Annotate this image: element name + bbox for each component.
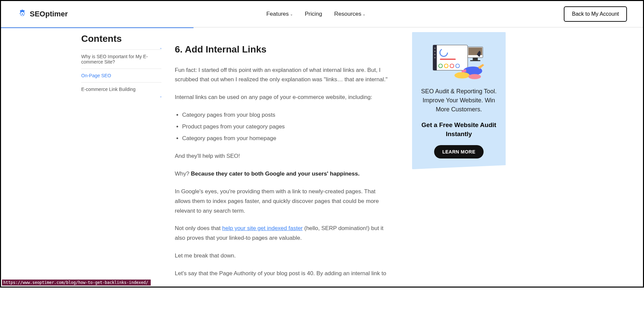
- svg-point-5: [434, 51, 435, 52]
- svg-rect-16: [473, 58, 478, 60]
- logo-icon: [17, 9, 28, 19]
- paragraph: Let me break that down.: [175, 251, 389, 261]
- paragraph: Not only does that help your site get in…: [175, 224, 389, 243]
- text-span: Why?: [175, 171, 191, 177]
- paragraph: And they'll help with SEO!: [175, 151, 389, 161]
- toc-item-why-seo[interactable]: Why is SEO Important for My E-commerce S…: [81, 49, 161, 69]
- svg-point-19: [455, 72, 470, 79]
- promo-text: SEO Audit & Reporting Tool. Improve Your…: [418, 87, 500, 114]
- chevron-down-icon: ⌄: [363, 12, 365, 16]
- promo-heading: Get a Free Website Audit Instantly: [418, 121, 500, 138]
- site-header: SEOptimer Features ⌄ Pricing Resources ⌄…: [1, 1, 643, 27]
- nav-features[interactable]: Features ⌄: [266, 11, 293, 17]
- promo-sidebar: SEO Audit & Reporting Tool. Improve Your…: [412, 32, 506, 169]
- svg-rect-9: [440, 59, 456, 60]
- paragraph: Let's say that the Page Authority of you…: [175, 269, 389, 279]
- inline-link-indexed-faster[interactable]: help your site get indexed faster: [222, 225, 303, 231]
- section-heading: 6. Add Internal Links: [175, 41, 389, 58]
- svg-point-7: [434, 57, 435, 59]
- nav-features-label: Features: [266, 11, 289, 17]
- svg-point-4: [434, 47, 435, 49]
- paragraph: Fun fact: I started off this point with …: [175, 66, 389, 85]
- promo-illustration: [418, 40, 500, 80]
- svg-rect-17: [470, 60, 480, 61]
- toc-sidebar: Contents ⌃ Why is SEO Important for My E…: [81, 28, 161, 287]
- nav-pricing[interactable]: Pricing: [305, 11, 322, 17]
- caret-down-icon: ⌄: [159, 94, 162, 98]
- toc-item-label: On-Page SEO: [81, 73, 111, 78]
- article-content: 6. Add Internal Links Fun fact: I starte…: [175, 28, 389, 287]
- nav-resources[interactable]: Resources ⌄: [334, 11, 365, 17]
- brand-logo[interactable]: SEOptimer: [17, 9, 68, 19]
- nav-pricing-label: Pricing: [305, 11, 322, 17]
- toc-item-on-page-seo[interactable]: On-Page SEO: [81, 69, 161, 82]
- list-item: Category pages from your blog posts: [182, 110, 389, 120]
- bullet-list: Category pages from your blog posts Prod…: [182, 110, 389, 143]
- learn-more-button[interactable]: LEARN MORE: [434, 145, 483, 158]
- paragraph: Why? Because they cater to both Google a…: [175, 169, 389, 179]
- back-to-account-button[interactable]: Back to My Account: [564, 6, 627, 22]
- toc-item-label: Why is SEO Important for My E-commerce S…: [81, 54, 148, 65]
- main-layout: Contents ⌃ Why is SEO Important for My E…: [1, 28, 519, 287]
- svg-point-6: [434, 54, 435, 55]
- brand-name: SEOptimer: [30, 10, 68, 18]
- paragraph: In Google's eyes, you're providing them …: [175, 187, 389, 216]
- list-item: Category pages from your homepage: [182, 134, 389, 143]
- toc-item-label: E-commerce Link Building: [81, 87, 136, 92]
- toc-item-link-building[interactable]: E-commerce Link Building: [81, 82, 161, 96]
- list-item: Product pages from your category pages: [182, 122, 389, 132]
- toc-title: Contents: [81, 33, 161, 44]
- main-nav: Features ⌄ Pricing Resources ⌄: [266, 11, 365, 17]
- svg-point-20: [468, 74, 481, 79]
- svg-point-1: [22, 13, 23, 15]
- paragraph: Internal links can be used on any page o…: [175, 93, 389, 102]
- text-strong: Because they cater to both Google and yo…: [191, 171, 360, 177]
- text-span: Not only does that: [175, 225, 222, 231]
- nav-resources-label: Resources: [334, 11, 361, 17]
- chevron-down-icon: ⌄: [290, 12, 293, 16]
- status-bar-link: https://www.seoptimer.com/blog/how-to-ge…: [2, 280, 151, 286]
